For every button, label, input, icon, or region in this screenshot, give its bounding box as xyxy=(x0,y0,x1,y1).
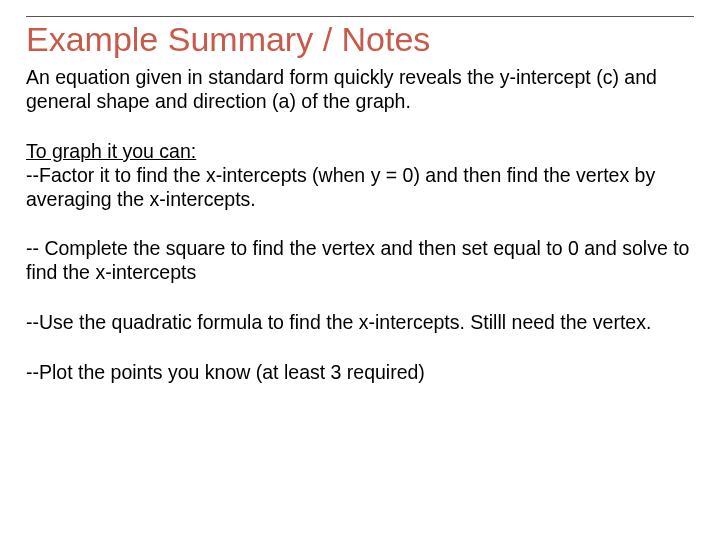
page-title: Example Summary / Notes xyxy=(26,21,694,58)
point-4: --Plot the points you know (at least 3 r… xyxy=(26,361,694,385)
intro-paragraph: An equation given in standard form quick… xyxy=(26,66,694,114)
graphing-block: To graph it you can: --Factor it to find… xyxy=(26,140,694,211)
graphing-subhead: To graph it you can: xyxy=(26,140,196,162)
point-1: --Factor it to find the x-intercepts (wh… xyxy=(26,164,655,210)
point-3: --Use the quadratic formula to find the … xyxy=(26,311,694,335)
graphing-subhead-and-point1: To graph it you can: --Factor it to find… xyxy=(26,140,694,211)
title-divider xyxy=(26,16,694,17)
point-2: -- Complete the square to find the verte… xyxy=(26,237,694,285)
